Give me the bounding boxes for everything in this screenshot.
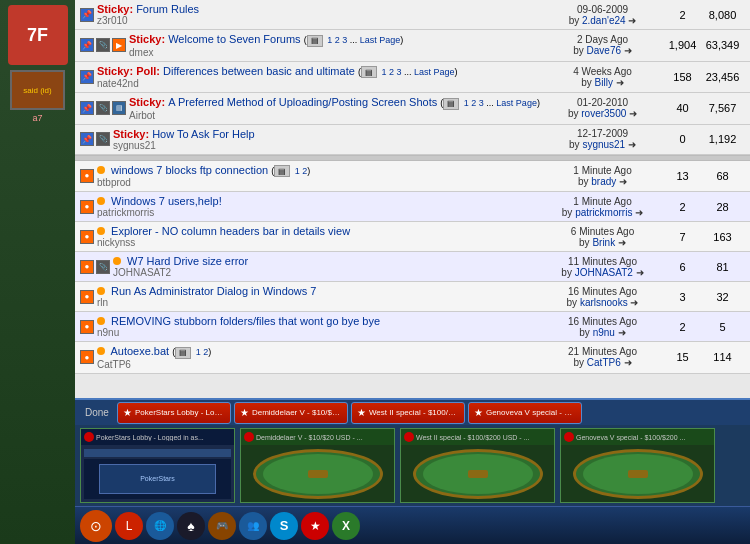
forum-table: 📌 Sticky: Forum Rules z3r010 09-06-2009 … (75, 0, 750, 398)
thread-author-t3: nickynss (97, 237, 545, 248)
multipage-icon-4: ▤ (443, 98, 459, 110)
author-link-t3[interactable]: Brink (592, 237, 615, 248)
preview-1[interactable]: PokerStars Lobby - Logged in as... Poker… (80, 428, 235, 503)
thread-row-5: ● Run As Administrator Dialog in Windows… (75, 282, 750, 312)
cards-icon[interactable]: ♠ (177, 512, 205, 540)
thread-main-6: REMOVING stubborn folders/files that won… (97, 315, 545, 338)
preview-2[interactable]: Demiddelaer V - $10/$20 USD - ... (240, 428, 395, 503)
thread-icons-4: ● 📎 (80, 260, 110, 274)
author-link-t6[interactable]: n9nu (593, 327, 615, 338)
people-icon[interactable]: 👥 (239, 512, 267, 540)
author-link-t7[interactable]: CatTP6 (587, 357, 621, 368)
thread-status-icon: 📌 (80, 8, 94, 22)
author-link-t1[interactable]: brady (591, 176, 616, 187)
user-avatar: said (id) (10, 70, 65, 110)
author-link-4[interactable]: rover3500 (581, 108, 626, 119)
poker-felt-3 (423, 454, 533, 494)
network-icon[interactable]: 🌐 (146, 512, 174, 540)
thread-author-2: dmex (129, 47, 545, 58)
thread-new-icon-3: ● (80, 230, 94, 244)
multipage-icon-3: ▤ (361, 66, 377, 78)
multipage-icon-2: ▤ (307, 35, 323, 47)
row-icons-2: 📌 📎 ▶ (80, 38, 126, 52)
row-icons-1: 📌 (80, 8, 94, 22)
thread-title-t1: windows 7 blocks ftp connection (▤ 1 2) (97, 164, 545, 178)
thread-icons-7: ● (80, 350, 94, 364)
thread-link-5[interactable]: How To Ask For Help (152, 128, 255, 140)
pokerstars-icon[interactable]: ★ (301, 512, 329, 540)
thread-link-t7[interactable]: Autoexe.bat (110, 345, 169, 357)
thread-link-4[interactable]: A Preferred Method of Uploading/Posting … (168, 96, 437, 108)
taskbar: Done ★ PokerStars Lobby - Logged in as..… (75, 398, 750, 506)
thread-new-icon-7: ● (80, 350, 94, 364)
thread-status-icon-3: 📌 (80, 70, 94, 84)
row-main-2: Sticky: Welcome to Seven Forums (▤ 1 2 3… (129, 33, 545, 58)
thread-title-2: Sticky: Welcome to Seven Forums (▤ 1 2 3… (129, 33, 545, 47)
thread-date-t7: 21 Minutes Ago by CatTP6 ➜ (545, 346, 665, 368)
author-link-3[interactable]: Billy (595, 77, 613, 88)
excel-icon[interactable]: X (332, 512, 360, 540)
taskbar-window-1[interactable]: ★ PokerStars Lobby - Logged in as... (117, 402, 231, 424)
sticky-row-1: 📌 Sticky: Forum Rules z3r010 09-06-2009 … (75, 0, 750, 30)
thread-icons-2: ● (80, 200, 94, 214)
preview-4[interactable]: Genoveva V special - $100/$200 ... (560, 428, 715, 503)
sticky-label-5: Sticky: (113, 128, 152, 140)
taskbar-window-3[interactable]: ★ West II special - $100/$200 USD - ... (351, 402, 465, 424)
thread-views-t7: 114 (700, 351, 745, 363)
thread-link-t4[interactable]: W7 Hard Drive size error (127, 255, 248, 267)
author-link-t2[interactable]: patrickmorris (575, 207, 632, 218)
attachment-icon-4: 📎 (96, 101, 110, 115)
thread-title-t5: Run As Administrator Dialog in Windows 7 (97, 285, 545, 297)
skype-icon[interactable]: S (270, 512, 298, 540)
author-link-t5[interactable]: karlsnooks (580, 297, 628, 308)
thread-link-1[interactable]: Forum Rules (136, 3, 199, 15)
game-controller-icon[interactable]: 🎮 (208, 512, 236, 540)
thread-main-7: Autoexe.bat (▤ 1 2) CatTP6 (97, 345, 545, 370)
launch-icon-1[interactable]: L (115, 512, 143, 540)
preview-dot-3 (404, 432, 414, 442)
thread-status-icon-4: 📌 (80, 101, 94, 115)
preview-3[interactable]: West II special - $100/$200 USD - ... (400, 428, 555, 503)
thread-link-t6[interactable]: REMOVING stubborn folders/files that won… (111, 315, 380, 327)
preview-header-4: Genoveva V special - $100/$200 ... (561, 429, 714, 445)
thread-link-2[interactable]: Welcome to Seven Forums (168, 33, 300, 45)
thread-link-t3[interactable]: Explorer - NO column headers bar in deta… (111, 225, 350, 237)
thread-replies-2: 1,904 (665, 39, 700, 51)
author-link-5[interactable]: sygnus21 (582, 139, 625, 150)
poker-table-3 (413, 449, 543, 499)
excel-symbol: X (342, 519, 350, 533)
row-main-1: Sticky: Forum Rules z3r010 (97, 3, 545, 26)
thread-date-t6: 16 Minutes Ago by n9nu ➜ (545, 316, 665, 338)
taskbar-window-2[interactable]: ★ Demiddelaer V - $10/$20 USD - ... (234, 402, 348, 424)
sticky-row-3: 📌 Sticky: Poll: Differences between basi… (75, 62, 750, 94)
taskbar-window-4[interactable]: ★ Genoveva V special - $100/$200 ... (468, 402, 582, 424)
thread-date-2: 2 Days Ago by Dave76 ➜ (545, 34, 665, 56)
thread-icons-1: ● (80, 169, 94, 183)
thread-link-t5[interactable]: Run As Administrator Dialog in Windows 7 (111, 285, 316, 297)
thread-author-t1: btbprod (97, 177, 545, 188)
start-button[interactable]: ⊙ (80, 510, 112, 542)
sticky-label-2: Sticky: (129, 33, 168, 45)
thread-date-4: 01-20-2010 by rover3500 ➜ (545, 97, 665, 119)
left-sidebar: 7F said (id) a7 (0, 0, 75, 544)
pages-icon-4: ▤ (112, 101, 126, 115)
sticky-row-4: 📌 📎 ▤ Sticky: A Preferred Method of Uplo… (75, 93, 750, 125)
author-link-t4[interactable]: JOHNASAT2 (575, 267, 633, 278)
thread-main-3: Explorer - NO column headers bar in deta… (97, 225, 545, 248)
pokerstars-taskbar-icon: ★ (123, 407, 132, 418)
thread-link-3[interactable]: Differences between basic and ultimate (163, 65, 355, 77)
thread-views-t5: 32 (700, 291, 745, 303)
preview-title-1: PokerStars Lobby - Logged in as... (96, 434, 204, 441)
thread-link-t1[interactable]: windows 7 blocks ftp connection (111, 164, 268, 176)
thread-row-4: ● 📎 W7 Hard Drive size error JOHNASAT2 1… (75, 252, 750, 282)
thread-icons-6: ● (80, 320, 94, 334)
multipage-t7: ▤ (175, 347, 191, 359)
site-logo: 7F (8, 5, 68, 65)
preview-content-4 (561, 445, 714, 502)
new-post-icon-2: ▶ (112, 38, 126, 52)
author-link-1[interactable]: 2.dan'e24 (582, 15, 626, 26)
thread-link-t2[interactable]: Windows 7 users,help! (111, 195, 222, 207)
thread-author-4: Airbot (129, 110, 545, 121)
thread-author-1: z3r010 (97, 15, 545, 26)
author-link-2[interactable]: Dave76 (587, 45, 621, 56)
